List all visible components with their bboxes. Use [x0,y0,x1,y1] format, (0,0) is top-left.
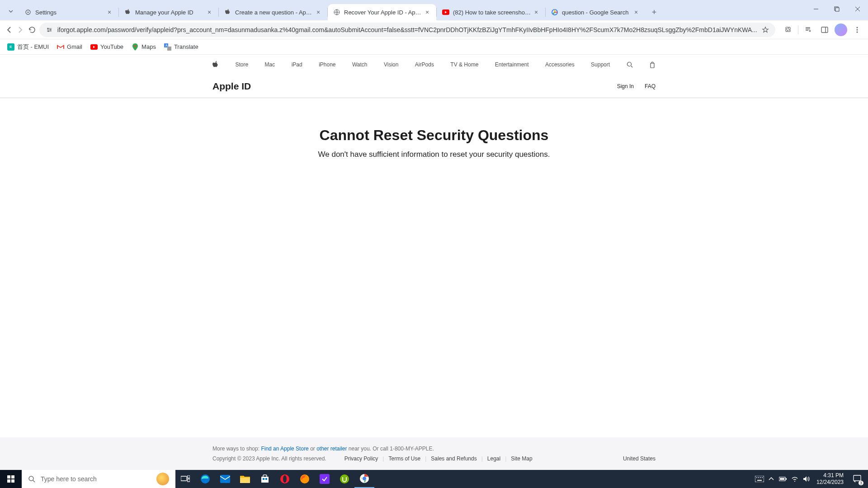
tray-wifi-icon[interactable] [789,470,800,488]
taskbar-store[interactable] [255,470,275,488]
svg-rect-17 [167,47,171,51]
bookmark-maps[interactable]: Maps [132,43,156,51]
svg-point-15 [134,45,136,47]
back-button[interactable] [5,23,14,37]
notification-center-button[interactable]: 3 [848,470,866,488]
subnav-faq[interactable]: FAQ [645,83,656,89]
star-bookmark-icon[interactable] [762,26,769,33]
nav-tv-home[interactable]: TV & Home [450,61,478,68]
tab-search-dropdown[interactable] [5,6,16,17]
taskbar-file-explorer[interactable] [235,470,255,488]
footer-separator: | [481,455,483,462]
side-panel-icon[interactable] [818,23,831,36]
bookmark-gmail[interactable]: Gmail [57,43,82,51]
close-window-button[interactable] [847,0,868,18]
tray-chevron-up-icon[interactable] [766,470,777,488]
footer-privacy-link[interactable]: Privacy Policy [344,455,378,462]
bookmark-emui[interactable]: E 首页 - EMUI [7,43,49,51]
footer-other-retailer-link[interactable]: other retailer [316,446,347,452]
taskbar-firefox[interactable] [295,470,315,488]
start-button[interactable] [0,470,22,488]
tray-keyboard-icon[interactable] [754,470,765,488]
taskbar-clock[interactable]: 4:31 PM 12/24/2023 [813,472,847,486]
minimize-button[interactable] [806,0,826,18]
new-tab-button[interactable]: + [648,6,660,19]
footer-find-store-link[interactable]: Find an Apple Store [261,446,308,452]
footer-sales-link[interactable]: Sales and Refunds [431,455,476,462]
tab-youtube-screenshots[interactable]: (82) How to take screenshots o × [437,4,545,20]
tab-close-button[interactable]: × [106,9,113,16]
taskbar-chrome[interactable] [354,470,374,488]
browser-tab-bar: Settings × Manage your Apple ID × Create… [0,0,868,20]
site-settings-icon[interactable] [46,26,53,33]
nav-vision[interactable]: Vision [384,61,398,68]
reading-list-icon[interactable] [802,23,815,36]
tray-volume-icon[interactable] [801,470,812,488]
tab-recover-apple-id[interactable]: Recover Your Apple ID - Apple × [328,4,436,20]
footer-sitemap-link[interactable]: Site Map [511,455,532,462]
svg-point-24 [29,476,33,481]
tab-create-question[interactable]: Create a new question - Apple × [219,4,327,20]
svg-point-40 [363,477,366,480]
nav-ipad[interactable]: iPad [292,61,302,68]
bookmark-translate[interactable]: A Translate [164,43,198,51]
nav-mac[interactable]: Mac [265,61,275,68]
taskbar-opera[interactable] [275,470,295,488]
footer-locale[interactable]: United States [623,455,656,462]
tab-google-search[interactable]: question - Google Search × [546,4,645,20]
url-input[interactable]: iforgot.apple.com/password/verify/applei… [39,23,775,37]
tab-close-button[interactable]: × [632,9,640,16]
bookmark-youtube[interactable]: YouTube [90,43,123,51]
taskbar-mail[interactable] [215,470,235,488]
extensions-icon[interactable] [782,23,794,36]
svg-rect-26 [188,475,190,478]
svg-text:A: A [165,44,168,47]
chrome-menu-icon[interactable] [851,23,863,36]
nav-support[interactable]: Support [591,61,610,68]
svg-rect-30 [240,478,250,483]
svg-rect-10 [821,27,828,33]
address-bar: iforgot.apple.com/password/verify/applei… [0,20,868,39]
gmail-icon [57,43,64,51]
nav-store[interactable]: Store [235,61,248,68]
footer-terms-link[interactable]: Terms of Use [388,455,420,462]
task-view-button[interactable] [175,470,195,488]
profile-avatar[interactable] [835,23,847,36]
nav-accessories[interactable]: Accessories [545,61,575,68]
tray-battery-icon[interactable] [778,470,788,488]
taskbar-edge[interactable] [195,470,215,488]
nav-watch[interactable]: Watch [352,61,368,68]
tab-close-button[interactable]: × [315,9,322,16]
bag-icon[interactable] [649,61,656,68]
footer-near-you: near you. Or call 1-800-MY-APPLE. [347,446,434,452]
svg-rect-25 [181,476,187,481]
subnav-sign-in[interactable]: Sign In [617,83,634,89]
tab-settings[interactable]: Settings × [19,4,118,20]
taskbar-utorrent[interactable] [335,470,354,488]
footer-legal-link[interactable]: Legal [487,455,500,462]
bookmark-label: Gmail [67,43,82,50]
svg-point-50 [794,481,795,482]
tab-close-button[interactable]: × [533,9,540,16]
search-icon[interactable] [627,61,633,68]
svg-rect-31 [261,477,269,483]
svg-rect-27 [188,479,190,482]
forward-button[interactable] [16,23,25,37]
apple-logo-icon[interactable] [212,61,219,69]
svg-rect-23 [11,479,14,483]
nav-airpods[interactable]: AirPods [415,61,434,68]
search-placeholder: Type here to search [41,475,97,483]
tab-close-button[interactable]: × [206,9,213,16]
reload-button[interactable] [28,23,37,37]
nav-iphone[interactable]: iPhone [319,61,335,68]
translate-icon: A [164,43,171,51]
svg-rect-37 [320,474,330,484]
taskbar-app-purple[interactable] [315,470,335,488]
page-title[interactable]: Apple ID [212,81,251,92]
nav-entertainment[interactable]: Entertainment [495,61,529,68]
maximize-button[interactable] [826,0,847,18]
svg-point-42 [756,477,757,478]
tab-close-button[interactable]: × [424,9,431,16]
tab-manage-apple-id[interactable]: Manage your Apple ID × [119,4,218,20]
taskbar-search-input[interactable]: Type here to search [22,470,175,488]
